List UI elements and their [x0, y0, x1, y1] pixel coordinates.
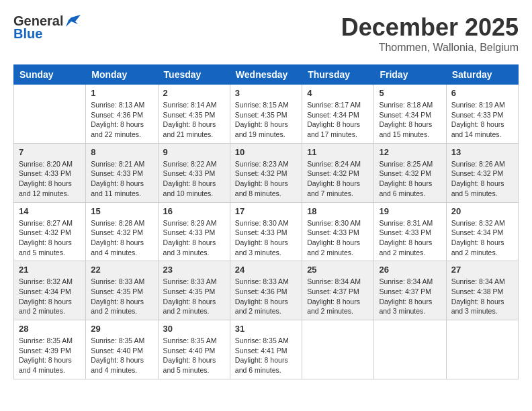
day-info: Sunrise: 8:35 AMSunset: 4:41 PMDaylight:… [235, 336, 297, 375]
day-of-week-header: Saturday [446, 65, 518, 85]
calendar-day-cell [446, 320, 518, 379]
location-subtitle: Thommen, Wallonia, Belgium [341, 42, 519, 54]
calendar-day-cell: 17Sunrise: 8:30 AMSunset: 4:33 PMDayligh… [230, 202, 302, 261]
day-info: Sunrise: 8:32 AMSunset: 4:34 PMDaylight:… [451, 218, 513, 258]
calendar-day-cell [302, 320, 374, 379]
day-number: 19 [379, 206, 441, 216]
day-number: 8 [91, 147, 152, 157]
day-number: 17 [235, 206, 297, 216]
calendar-day-cell: 21Sunrise: 8:32 AMSunset: 4:34 PMDayligh… [14, 261, 86, 320]
day-number: 11 [307, 147, 369, 157]
calendar-week-row: 28Sunrise: 8:35 AMSunset: 4:39 PMDayligh… [14, 320, 519, 379]
day-number: 29 [91, 324, 152, 334]
day-info: Sunrise: 8:18 AMSunset: 4:34 PMDaylight:… [379, 100, 441, 140]
calendar-day-cell: 26Sunrise: 8:34 AMSunset: 4:37 PMDayligh… [374, 261, 446, 320]
day-of-week-header: Sunday [14, 65, 86, 85]
day-number: 28 [19, 324, 81, 334]
day-number: 12 [379, 147, 441, 157]
day-number: 7 [19, 147, 81, 157]
day-number: 16 [163, 206, 225, 216]
logo: General Blue [13, 13, 81, 42]
day-info: Sunrise: 8:23 AMSunset: 4:32 PMDaylight:… [235, 159, 297, 199]
day-info: Sunrise: 8:30 AMSunset: 4:33 PMDaylight:… [235, 218, 297, 258]
day-info: Sunrise: 8:27 AMSunset: 4:32 PMDaylight:… [19, 218, 81, 258]
calendar-day-cell [374, 320, 446, 379]
calendar-week-row: 14Sunrise: 8:27 AMSunset: 4:32 PMDayligh… [14, 202, 519, 261]
day-of-week-header: Thursday [302, 65, 374, 85]
logo-bird-icon [66, 15, 81, 28]
calendar-day-cell: 20Sunrise: 8:32 AMSunset: 4:34 PMDayligh… [446, 202, 518, 261]
calendar-day-cell: 24Sunrise: 8:33 AMSunset: 4:36 PMDayligh… [230, 261, 302, 320]
day-number: 18 [307, 206, 369, 216]
calendar-day-cell: 13Sunrise: 8:26 AMSunset: 4:32 PMDayligh… [446, 143, 518, 202]
day-info: Sunrise: 8:14 AMSunset: 4:35 PMDaylight:… [163, 100, 225, 140]
day-info: Sunrise: 8:15 AMSunset: 4:35 PMDaylight:… [235, 100, 297, 140]
day-number: 22 [91, 265, 152, 275]
header: General Blue December 2025 Thommen, Wall… [13, 13, 519, 54]
day-info: Sunrise: 8:35 AMSunset: 4:40 PMDaylight:… [91, 336, 152, 375]
day-info: Sunrise: 8:21 AMSunset: 4:33 PMDaylight:… [91, 159, 152, 199]
day-info: Sunrise: 8:26 AMSunset: 4:32 PMDaylight:… [451, 159, 513, 199]
calendar-day-cell: 27Sunrise: 8:34 AMSunset: 4:38 PMDayligh… [446, 261, 518, 320]
calendar-day-cell: 8Sunrise: 8:21 AMSunset: 4:33 PMDaylight… [86, 143, 158, 202]
calendar-day-cell: 30Sunrise: 8:35 AMSunset: 4:40 PMDayligh… [158, 320, 230, 379]
day-number: 27 [451, 265, 513, 275]
calendar-day-cell: 1Sunrise: 8:13 AMSunset: 4:36 PMDaylight… [86, 85, 158, 144]
day-number: 20 [451, 206, 513, 216]
day-number: 25 [307, 265, 369, 275]
day-info: Sunrise: 8:34 AMSunset: 4:38 PMDaylight:… [451, 277, 513, 316]
day-info: Sunrise: 8:33 AMSunset: 4:35 PMDaylight:… [91, 277, 152, 316]
calendar-day-cell: 10Sunrise: 8:23 AMSunset: 4:32 PMDayligh… [230, 143, 302, 202]
day-info: Sunrise: 8:25 AMSunset: 4:32 PMDaylight:… [379, 159, 441, 199]
calendar-header-row: SundayMondayTuesdayWednesdayThursdayFrid… [14, 65, 519, 85]
day-info: Sunrise: 8:33 AMSunset: 4:36 PMDaylight:… [235, 277, 297, 316]
day-info: Sunrise: 8:30 AMSunset: 4:33 PMDaylight:… [307, 218, 369, 258]
title-area: December 2025 Thommen, Wallonia, Belgium [341, 13, 519, 54]
day-number: 23 [163, 265, 225, 275]
logo-blue: Blue [13, 26, 42, 42]
day-number: 24 [235, 265, 297, 275]
calendar-day-cell: 19Sunrise: 8:31 AMSunset: 4:33 PMDayligh… [374, 202, 446, 261]
day-number: 31 [235, 324, 297, 334]
svg-marker-0 [66, 15, 81, 27]
day-number: 13 [451, 147, 513, 157]
day-info: Sunrise: 8:13 AMSunset: 4:36 PMDaylight:… [91, 100, 152, 140]
day-info: Sunrise: 8:35 AMSunset: 4:39 PMDaylight:… [19, 336, 81, 375]
day-info: Sunrise: 8:17 AMSunset: 4:34 PMDaylight:… [307, 100, 369, 140]
calendar-day-cell: 18Sunrise: 8:30 AMSunset: 4:33 PMDayligh… [302, 202, 374, 261]
day-of-week-header: Friday [374, 65, 446, 85]
day-number: 3 [235, 88, 297, 98]
day-number: 9 [163, 147, 225, 157]
day-of-week-header: Tuesday [158, 65, 230, 85]
day-of-week-header: Wednesday [230, 65, 302, 85]
calendar-day-cell: 15Sunrise: 8:28 AMSunset: 4:32 PMDayligh… [86, 202, 158, 261]
day-number: 21 [19, 265, 81, 275]
calendar-day-cell: 4Sunrise: 8:17 AMSunset: 4:34 PMDaylight… [302, 85, 374, 144]
calendar-table: SundayMondayTuesdayWednesdayThursdayFrid… [13, 64, 519, 379]
calendar-day-cell: 5Sunrise: 8:18 AMSunset: 4:34 PMDaylight… [374, 85, 446, 144]
day-info: Sunrise: 8:34 AMSunset: 4:37 PMDaylight:… [379, 277, 441, 316]
day-number: 14 [19, 206, 81, 216]
day-info: Sunrise: 8:31 AMSunset: 4:33 PMDaylight:… [379, 218, 441, 258]
day-number: 6 [451, 88, 513, 98]
calendar-day-cell: 23Sunrise: 8:33 AMSunset: 4:35 PMDayligh… [158, 261, 230, 320]
calendar-day-cell: 28Sunrise: 8:35 AMSunset: 4:39 PMDayligh… [14, 320, 86, 379]
day-number: 2 [163, 88, 225, 98]
calendar-day-cell: 12Sunrise: 8:25 AMSunset: 4:32 PMDayligh… [374, 143, 446, 202]
day-number: 26 [379, 265, 441, 275]
calendar-day-cell: 2Sunrise: 8:14 AMSunset: 4:35 PMDaylight… [158, 85, 230, 144]
day-info: Sunrise: 8:20 AMSunset: 4:33 PMDaylight:… [19, 159, 81, 199]
day-info: Sunrise: 8:34 AMSunset: 4:37 PMDaylight:… [307, 277, 369, 316]
calendar-day-cell: 16Sunrise: 8:29 AMSunset: 4:33 PMDayligh… [158, 202, 230, 261]
calendar-day-cell: 14Sunrise: 8:27 AMSunset: 4:32 PMDayligh… [14, 202, 86, 261]
calendar-day-cell: 31Sunrise: 8:35 AMSunset: 4:41 PMDayligh… [230, 320, 302, 379]
day-info: Sunrise: 8:32 AMSunset: 4:34 PMDaylight:… [19, 277, 81, 316]
day-number: 30 [163, 324, 225, 334]
calendar-day-cell: 6Sunrise: 8:19 AMSunset: 4:33 PMDaylight… [446, 85, 518, 144]
month-title: December 2025 [341, 13, 519, 42]
calendar-day-cell [14, 85, 86, 144]
calendar-day-cell: 25Sunrise: 8:34 AMSunset: 4:37 PMDayligh… [302, 261, 374, 320]
day-number: 1 [91, 88, 152, 98]
day-info: Sunrise: 8:35 AMSunset: 4:40 PMDaylight:… [163, 336, 225, 375]
calendar-day-cell: 11Sunrise: 8:24 AMSunset: 4:32 PMDayligh… [302, 143, 374, 202]
